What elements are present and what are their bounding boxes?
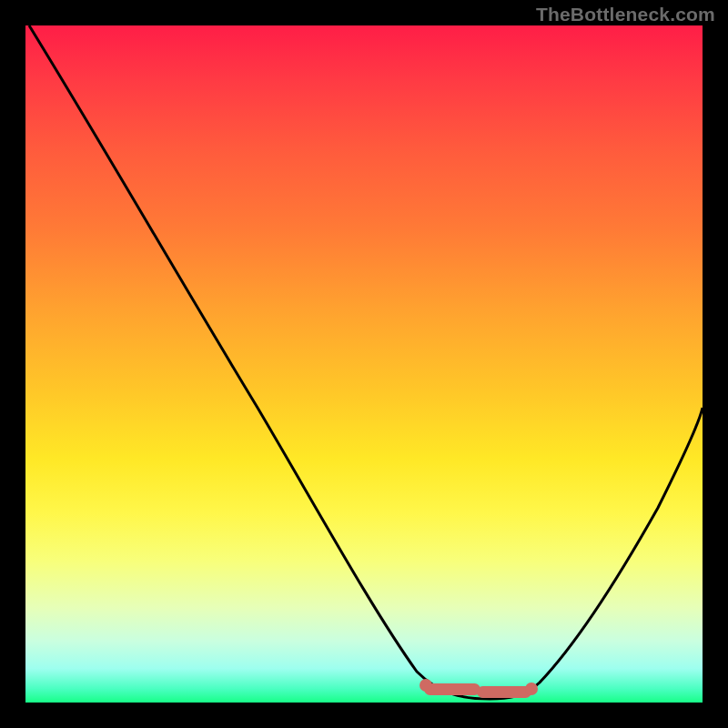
plot-area <box>25 25 703 703</box>
watermark-text: TheBottleneck.com <box>536 4 715 25</box>
highlight-segment <box>424 683 480 695</box>
chart-frame: TheBottleneck.com <box>0 0 728 728</box>
highlight-segment <box>477 686 531 698</box>
highlight-endpoint <box>525 682 538 695</box>
bottleneck-curve <box>25 25 703 703</box>
highlight-endpoint <box>420 679 432 692</box>
